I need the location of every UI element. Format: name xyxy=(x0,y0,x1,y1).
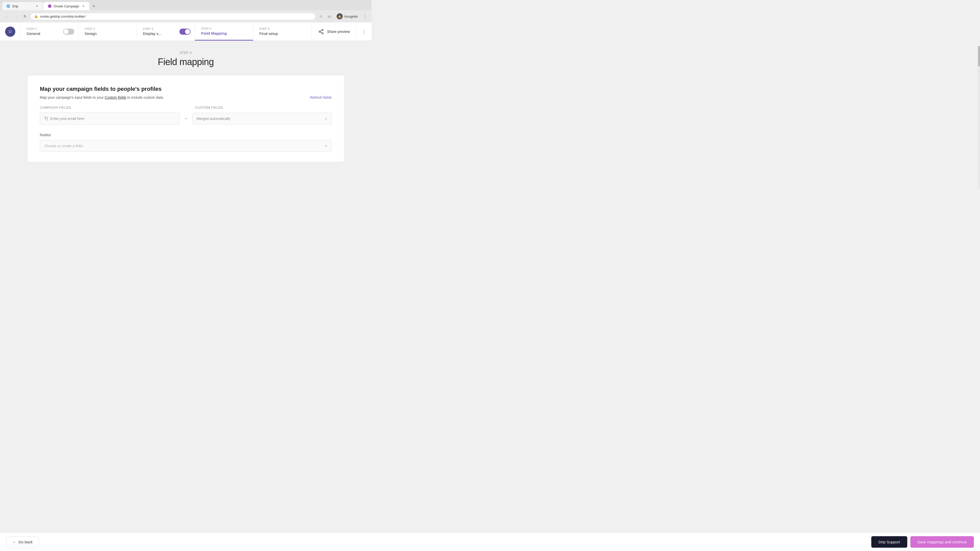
email-field-placeholder: Enter yout email here xyxy=(50,117,84,121)
step-item-field-mapping[interactable]: STEP 4 Field Mapping xyxy=(195,22,253,41)
custom-fields-link[interactable]: Custom fields xyxy=(105,95,126,100)
browser-chrome: 🌀 Drip ✕ 🟣 Onsite Campaign ✕ + ← → ↻ 🔒 o… xyxy=(0,0,372,22)
step4-title: Field Mapping xyxy=(201,31,247,35)
header-more-button[interactable]: ⋮ xyxy=(356,22,372,41)
onsite-tab-favicon: 🟣 xyxy=(48,4,52,8)
field-column-labels: Campaign fields Custom fields xyxy=(40,106,332,110)
step2-title: Design xyxy=(85,32,130,36)
card-description-text: Map your campaign's input fields to your… xyxy=(40,95,164,100)
more-icon: ⋮ xyxy=(361,29,366,35)
step-item-display[interactable]: STEP 3 Display s... xyxy=(137,22,195,41)
campaign-fields-label: Campaign fields xyxy=(40,106,177,110)
merged-automatically-label: Merged automatically xyxy=(197,117,231,121)
radios-section-label: Radios xyxy=(40,133,332,137)
description-end: to include custom data. xyxy=(127,95,164,100)
step2-label: STEP 2 xyxy=(85,27,130,30)
logo-area: ☺ xyxy=(0,22,21,41)
share-icon xyxy=(318,28,325,35)
more-options-icon[interactable]: ⋮ xyxy=(361,13,369,20)
svg-line-4 xyxy=(320,30,321,31)
custom-fields-label: Custom fields xyxy=(195,106,332,110)
page-step-label: STEP 4 xyxy=(0,51,372,55)
step-item-final-setup[interactable]: STEP 5 Final setup xyxy=(253,22,311,41)
radios-placeholder: Choose or create a field... xyxy=(44,144,85,148)
share-preview-button[interactable]: Share preview xyxy=(311,22,356,41)
step-item-design[interactable]: STEP 2 Design xyxy=(79,22,137,41)
refresh-nav-button[interactable]: ↻ xyxy=(21,13,29,20)
stepper: STEP 1 General STEP 2 Design STEP 3 Disp… xyxy=(21,22,311,41)
step5-label: STEP 5 xyxy=(259,27,305,30)
forward-nav-button[interactable]: → xyxy=(12,13,19,20)
incognito-label: Incognito xyxy=(344,14,358,18)
page-header: STEP 4 Field mapping xyxy=(0,51,372,67)
custom-fields-col: Custom fields xyxy=(195,106,332,110)
refresh-fields-button[interactable]: Refresh fields xyxy=(310,95,332,100)
tab-drip[interactable]: 🌀 Drip ✕ xyxy=(2,2,43,10)
sidebar-icon[interactable]: ▭ xyxy=(326,13,333,20)
text-field-icon: T| xyxy=(44,116,48,121)
lock-icon: 🔒 xyxy=(34,14,38,18)
step5-title: Final setup xyxy=(259,32,305,36)
browser-tabs: 🌀 Drip ✕ 🟣 Onsite Campaign ✕ + xyxy=(0,0,372,10)
merged-automatically-select[interactable]: Merged automatically ∨ xyxy=(192,113,332,124)
radios-select[interactable]: Choose or create a field... ∨ xyxy=(40,140,332,152)
step3-toggle-switch[interactable] xyxy=(180,29,191,35)
incognito-icon: 🕵 xyxy=(337,13,343,19)
tab-onsite-campaign[interactable]: 🟣 Onsite Campaign ✕ xyxy=(43,2,89,10)
drip-tab-close[interactable]: ✕ xyxy=(35,4,39,8)
main-content: STEP 4 Field mapping Map your campaign f… xyxy=(0,41,372,187)
card-description-row: Map your campaign's input fields to your… xyxy=(40,95,332,100)
card-heading: Map your campaign fields to people's pro… xyxy=(40,86,332,92)
share-preview-label: Share preview xyxy=(327,30,350,34)
drip-tab-favicon: 🌀 xyxy=(6,4,10,8)
app-header: ☺ STEP 1 General STEP 2 Design STEP 3 Di… xyxy=(0,22,372,41)
drip-logo: ☺ xyxy=(5,27,15,37)
incognito-button[interactable]: 🕵 Incognito xyxy=(334,12,360,21)
address-url: onsite.getdrip.com/drip-builder/ xyxy=(40,14,86,18)
chevron-down-icon: ∨ xyxy=(325,117,328,121)
page-title: Field mapping xyxy=(0,57,372,67)
step4-label: STEP 4 xyxy=(201,27,247,30)
step3-toggle[interactable] xyxy=(180,29,191,35)
browser-toolbar-right: ☆ ▭ 🕵 Incognito ⋮ xyxy=(317,12,369,21)
radios-chevron-icon: ∨ xyxy=(325,144,328,148)
step-item-general[interactable]: STEP 1 General xyxy=(21,22,79,41)
svg-line-3 xyxy=(320,32,321,33)
bookmark-icon[interactable]: ☆ xyxy=(317,13,325,20)
drip-tab-label: Drip xyxy=(12,4,18,8)
address-bar[interactable]: 🔒 onsite.getdrip.com/drip-builder/ xyxy=(30,13,315,20)
step1-toggle[interactable] xyxy=(63,29,74,35)
onsite-tab-label: Onsite Campaign xyxy=(54,4,79,8)
browser-toolbar: ← → ↻ 🔒 onsite.getdrip.com/drip-builder/… xyxy=(0,10,372,22)
mapping-arrow-icon: → xyxy=(183,116,188,121)
email-field-mapping-row: T| Enter yout email here → Merged automa… xyxy=(40,113,332,125)
step1-toggle-knob xyxy=(64,29,68,34)
email-field-input: T| Enter yout email here xyxy=(40,113,180,125)
step3-toggle-knob xyxy=(185,29,190,34)
new-tab-button[interactable]: + xyxy=(90,2,97,10)
step1-toggle-switch[interactable] xyxy=(63,29,74,35)
field-mapping-card: Map your campaign fields to people's pro… xyxy=(27,76,344,162)
description-start: Map your campaign's input fields to your xyxy=(40,95,105,100)
back-nav-button[interactable]: ← xyxy=(3,13,10,20)
campaign-fields-col: Campaign fields xyxy=(40,106,177,110)
onsite-tab-close[interactable]: ✕ xyxy=(81,4,85,8)
